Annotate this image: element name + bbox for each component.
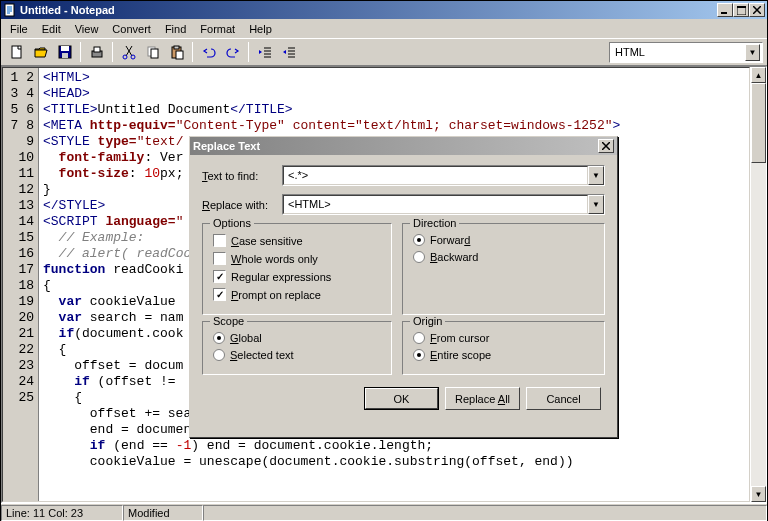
scroll-up-icon[interactable]: ▲ [751,67,766,83]
window-title: Untitled - Notepad [20,4,717,16]
direction-label: Direction [410,217,459,229]
find-label: Text to find: [202,170,282,182]
app-icon [3,3,17,17]
vertical-scrollbar[interactable]: ▲ ▼ [750,67,766,502]
toolbar-separator [80,42,81,62]
svg-rect-4 [12,46,21,58]
selected-radio[interactable]: Selected text [213,349,381,361]
new-file-icon[interactable] [5,41,28,63]
menu-edit[interactable]: Edit [35,21,68,37]
options-label: Options [210,217,254,229]
find-value[interactable]: <.*> [283,166,588,185]
menubar: File Edit View Convert Find Format Help [1,19,767,38]
svg-rect-6 [61,46,69,51]
menu-help[interactable]: Help [242,21,279,37]
print-icon[interactable] [85,41,108,63]
dialog-title: Replace Text [193,140,598,152]
dropdown-icon[interactable]: ▼ [588,166,604,185]
backward-radio[interactable]: Backward [413,251,594,263]
outdent-icon[interactable] [253,41,276,63]
svg-rect-13 [151,49,158,58]
line-gutter: 1 2 3 4 5 6 7 8 9 10 11 12 13 14 15 16 1… [3,68,39,501]
replace-input[interactable]: <HTML> ▼ [282,194,605,215]
copy-icon[interactable] [141,41,164,63]
origin-group: Origin From cursor Entire scope [402,321,605,375]
toolbar-separator [112,42,113,62]
svg-point-10 [123,55,127,59]
toolbar-separator [192,42,193,62]
language-select[interactable]: HTML ▼ [609,42,763,63]
replace-label: Replace with: [202,199,282,211]
svg-rect-3 [737,6,746,8]
svg-rect-9 [94,47,100,52]
global-radio[interactable]: Global [213,332,381,344]
cut-icon[interactable] [117,41,140,63]
dropdown-icon[interactable]: ▼ [745,44,760,61]
svg-rect-16 [176,51,183,59]
replace-value[interactable]: <HTML> [283,195,588,214]
svg-rect-7 [62,53,68,58]
replace-all-button[interactable]: Replace All [445,387,520,410]
scope-group: Scope Global Selected text [202,321,392,375]
forward-radio[interactable]: Forward [413,234,594,246]
from-cursor-radio[interactable]: From cursor [413,332,594,344]
status-empty [203,505,767,521]
direction-group: Direction Forward Backward [402,223,605,315]
save-file-icon[interactable] [53,41,76,63]
origin-label: Origin [410,315,445,327]
scroll-down-icon[interactable]: ▼ [751,486,766,502]
options-group: Options Case sensitive Whole words only … [202,223,392,315]
svg-point-11 [131,55,135,59]
redo-icon[interactable] [221,41,244,63]
toolbar-separator [248,42,249,62]
find-input[interactable]: <.*> ▼ [282,165,605,186]
menu-find[interactable]: Find [158,21,193,37]
minimize-button[interactable] [717,3,733,17]
titlebar[interactable]: Untitled - Notepad [1,1,767,19]
indent-icon[interactable] [277,41,300,63]
open-file-icon[interactable] [29,41,52,63]
scroll-track[interactable] [751,83,766,486]
entire-scope-radio[interactable]: Entire scope [413,349,594,361]
cancel-button[interactable]: Cancel [526,387,601,410]
menu-format[interactable]: Format [193,21,242,37]
regex-checkbox[interactable]: Regular expressions [213,270,381,283]
language-selected: HTML [612,46,745,58]
prompt-checkbox[interactable]: Prompt on replace [213,288,381,301]
dialog-titlebar[interactable]: Replace Text [190,137,617,155]
close-button[interactable] [749,3,765,17]
status-position: Line: 11 Col: 23 [1,505,123,521]
scope-label: Scope [210,315,247,327]
case-sensitive-checkbox[interactable]: Case sensitive [213,234,381,247]
paste-icon[interactable] [165,41,188,63]
dialog-close-button[interactable] [598,139,614,153]
whole-words-checkbox[interactable]: Whole words only [213,252,381,265]
dropdown-icon[interactable]: ▼ [588,195,604,214]
ok-button[interactable]: OK [364,387,439,410]
toolbar: HTML ▼ [1,38,767,66]
menu-convert[interactable]: Convert [105,21,158,37]
statusbar: Line: 11 Col: 23 Modified [1,503,767,521]
svg-rect-1 [721,12,727,14]
undo-icon[interactable] [197,41,220,63]
maximize-button[interactable] [733,3,749,17]
status-modified: Modified [123,505,203,521]
svg-rect-15 [174,46,179,49]
menu-file[interactable]: File [3,21,35,37]
scroll-thumb[interactable] [751,83,766,163]
menu-view[interactable]: View [68,21,106,37]
svg-rect-0 [5,4,14,16]
replace-dialog: Replace Text Text to find: <.*> ▼ Replac… [189,136,618,438]
